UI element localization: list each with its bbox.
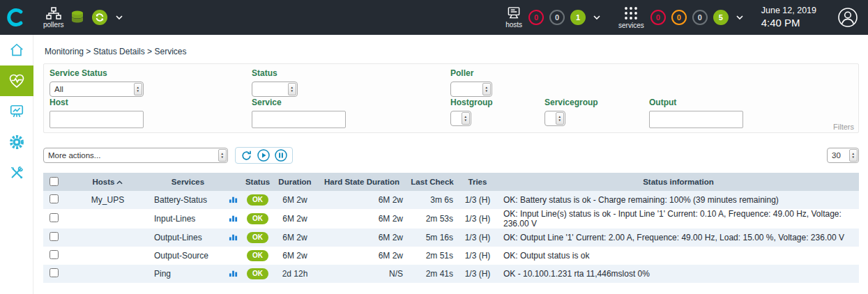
- hostgroup-select[interactable]: [450, 111, 471, 126]
- host-link[interactable]: [64, 209, 151, 229]
- service-graph-icon[interactable]: [229, 233, 238, 243]
- hard-state-duration-cell: 6M 2w: [317, 229, 407, 247]
- col-header-status[interactable]: Status: [242, 173, 273, 191]
- breadcrumb-item[interactable]: Services: [154, 47, 186, 56]
- hosts-counter-red[interactable]: 0: [528, 10, 544, 25]
- current-time: 4:40 PM: [761, 16, 816, 30]
- services-counter-green[interactable]: 5: [713, 10, 729, 25]
- services-counter-dark[interactable]: 0: [692, 10, 708, 25]
- tries-cell: 1/3 (H): [457, 265, 498, 283]
- gear-icon: [8, 134, 25, 150]
- service-graph-icon[interactable]: [229, 196, 238, 206]
- status-badge: OK: [247, 250, 268, 261]
- status-information-cell: OK: Input Line(s) status is ok - Input L…: [498, 209, 859, 229]
- col-header-services[interactable]: Services: [151, 173, 224, 191]
- status-select[interactable]: [252, 82, 298, 97]
- pollers-chevron-down-icon[interactable]: [116, 15, 123, 20]
- col-header-duration[interactable]: Duration: [273, 173, 317, 191]
- sidebar-item-administration[interactable]: [0, 157, 33, 188]
- services-menu[interactable]: services: [618, 6, 644, 29]
- service-graph-icon[interactable]: [229, 270, 238, 279]
- pause-refresh-button[interactable]: [275, 149, 287, 162]
- duration-cell: 6M 2w: [273, 247, 317, 265]
- duration-cell: 6M 2w: [273, 209, 317, 229]
- service-link[interactable]: Input-Lines: [151, 209, 224, 229]
- status-label: Status: [252, 68, 298, 78]
- row-checkbox[interactable]: [50, 232, 59, 241]
- resume-refresh-button[interactable]: [257, 149, 270, 162]
- col-header-graph: [224, 173, 242, 191]
- row-checkbox[interactable]: [50, 194, 59, 203]
- service-search-input[interactable]: [252, 111, 346, 128]
- table-header-row: Hosts Services Status Duration Hard Stat…: [43, 173, 859, 191]
- pause-circle-icon: [275, 149, 287, 162]
- sidebar-item-home[interactable]: [0, 35, 33, 65]
- user-profile-button[interactable]: [837, 7, 858, 28]
- status-information-cell: OK - 10.100.1.231 rta 11,446mslost 0%: [498, 265, 859, 283]
- services-label: services: [618, 22, 644, 29]
- services-chevron-down-icon[interactable]: [736, 15, 743, 20]
- host-link[interactable]: [64, 229, 151, 247]
- heartbeat-icon: [8, 73, 25, 88]
- centreon-logo-icon: [6, 7, 27, 28]
- hosts-chevron-down-icon[interactable]: [593, 15, 600, 20]
- service-link[interactable]: Battery-Status: [151, 191, 224, 209]
- home-icon: [9, 42, 24, 58]
- service-status-select[interactable]: All: [50, 82, 144, 97]
- service-link[interactable]: Output-Source: [151, 247, 224, 265]
- col-header-last-check[interactable]: Last Check: [407, 173, 457, 191]
- tools-icon: [9, 165, 24, 180]
- table-row: Ping OK 2d 12h N/S 2m 41s 1/3 (H) OK - 1…: [43, 265, 859, 283]
- database-status-icon[interactable]: [70, 10, 85, 25]
- pollers-menu[interactable]: pollers: [43, 7, 63, 29]
- host-link[interactable]: [64, 265, 151, 283]
- poller-select[interactable]: [450, 82, 492, 97]
- poller-sync-status-icon[interactable]: [91, 9, 108, 26]
- actions-toolbar: More actions...: [43, 147, 859, 164]
- main-content: Monitoring > Status Details > Services S…: [33, 35, 868, 294]
- services-counter-orange[interactable]: 0: [671, 10, 687, 25]
- service-link[interactable]: Ping: [151, 265, 224, 283]
- more-actions-select[interactable]: More actions...: [43, 148, 228, 163]
- hosts-counter-green[interactable]: 1: [570, 10, 586, 25]
- breadcrumb-item[interactable]: Status Details: [93, 47, 145, 56]
- page-size-select[interactable]: 30: [827, 148, 859, 163]
- clock: June 12, 2019 4:40 PM: [761, 5, 816, 30]
- pollers-icon: [46, 7, 61, 20]
- col-header-hosts[interactable]: Hosts: [64, 173, 151, 191]
- col-header-hard-state-duration[interactable]: Hard State Duration: [317, 173, 407, 191]
- service-link[interactable]: Output-Lines: [151, 229, 224, 247]
- services-counter-red[interactable]: 0: [650, 10, 666, 25]
- hosts-status-group: hosts 001: [505, 6, 600, 29]
- duration-cell: 6M 2w: [273, 229, 317, 247]
- host-link[interactable]: [64, 247, 151, 265]
- table-row: Output-Source OK 6M 2w 6M 2w 2m 51s 1/3 …: [43, 247, 859, 265]
- row-checkbox[interactable]: [50, 268, 59, 277]
- centreon-logo[interactable]: [0, 0, 33, 35]
- output-label: Output: [649, 98, 743, 107]
- hosts-counter-dark[interactable]: 0: [549, 10, 565, 25]
- refresh-button[interactable]: [241, 150, 252, 162]
- sidebar-item-monitoring[interactable]: [0, 65, 33, 96]
- breadcrumb: Monitoring > Status Details > Services: [45, 47, 859, 56]
- host-link[interactable]: My_UPS: [64, 191, 151, 209]
- last-check-cell: 5m 16s: [407, 229, 457, 247]
- hosts-status-counters: 001: [528, 10, 586, 25]
- play-circle-icon: [257, 149, 270, 162]
- select-all-checkbox[interactable]: [50, 177, 59, 186]
- status-badge: OK: [247, 194, 268, 206]
- sidebar-item-reporting[interactable]: [0, 96, 33, 127]
- host-search-input[interactable]: [50, 111, 144, 128]
- sidebar-item-configuration[interactable]: [0, 127, 33, 157]
- row-checkbox[interactable]: [50, 250, 59, 259]
- col-header-status-information[interactable]: Status information: [498, 173, 859, 191]
- row-checkbox[interactable]: [50, 213, 59, 222]
- output-search-input[interactable]: [649, 111, 743, 128]
- col-header-tries[interactable]: Tries: [457, 173, 498, 191]
- service-graph-icon[interactable]: [229, 215, 238, 224]
- servicegroup-select[interactable]: [545, 111, 565, 126]
- filters-caption: Filters: [833, 123, 854, 131]
- hosts-menu[interactable]: hosts: [505, 6, 522, 29]
- breadcrumb-item[interactable]: Monitoring: [45, 47, 84, 56]
- duration-cell: 2d 12h: [273, 265, 317, 283]
